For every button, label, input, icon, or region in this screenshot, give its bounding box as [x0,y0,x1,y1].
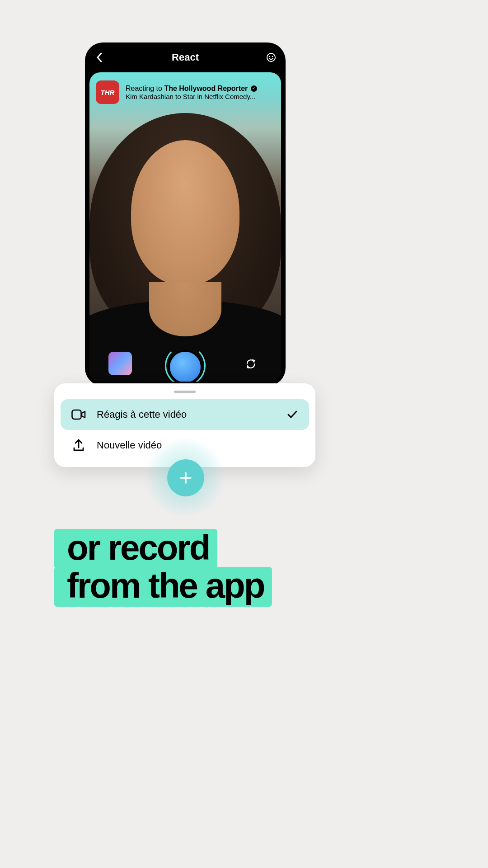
back-button[interactable] [94,52,105,63]
svg-point-1 [269,56,271,57]
source-name: The Hollywood Reporter [164,85,248,92]
sheet-drag-handle[interactable] [174,391,196,393]
flip-camera-button[interactable] [244,357,258,371]
source-prefix: Reacting to [126,85,164,92]
screen-title: React [172,52,199,63]
check-icon [286,409,298,420]
flip-camera-icon [244,358,257,370]
promo-tagline: or record from the app [54,529,272,607]
phone-mockup: React THR Reacting to The Hollywood Repo… [85,42,286,386]
camera-preview: THR Reacting to The Hollywood Reporter K… [89,72,281,382]
filters-button[interactable] [266,52,277,63]
upload-icon [71,438,86,453]
chevron-left-icon [96,52,103,62]
svg-point-0 [267,53,275,61]
source-text: Reacting to The Hollywood Reporter Kim K… [126,85,275,100]
source-subtitle: Kim Kardashian to Star in Netflix Comedy… [126,93,275,100]
record-button[interactable] [168,350,202,382]
svg-rect-3 [72,410,81,419]
video-icon [71,407,86,422]
smiley-icon [266,52,276,62]
preview-image [89,113,281,382]
tagline-line1: or record [54,529,217,569]
phone-header: React [85,42,286,72]
source-avatar: THR [96,80,119,104]
reacting-to-card[interactable]: THR Reacting to The Hollywood Reporter K… [96,80,275,104]
tagline-line2: from the app [54,567,272,607]
plus-icon [178,470,193,486]
sheet-item-label: Réagis à cette vidéo [97,409,276,420]
add-button[interactable] [167,459,204,496]
gallery-thumbnail-button[interactable] [108,352,132,375]
sheet-item-react-to-video[interactable]: Réagis à cette vidéo [61,399,309,430]
verified-icon [251,85,257,92]
svg-point-2 [272,56,273,57]
